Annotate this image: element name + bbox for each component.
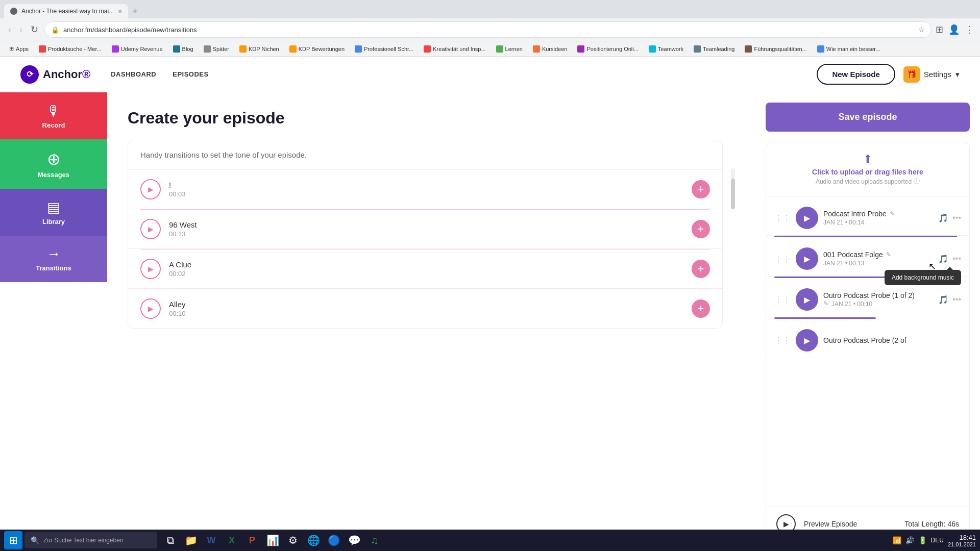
music-icon[interactable]: 🎵: [938, 213, 948, 223]
url-bar[interactable]: 🔒 anchor.fm/dashboard/episode/new/transi…: [44, 21, 932, 38]
drag-handle-icon[interactable]: ⋮⋮: [774, 254, 791, 264]
nav-episodes[interactable]: EPISODES: [173, 70, 208, 78]
transition-header-text: Handy transitions to set the tone of you…: [128, 140, 722, 170]
app-header: ⟳ Anchor® DASHBOARD EPISODES New Episode…: [0, 57, 980, 92]
edge-btn[interactable]: 🔵: [325, 531, 343, 549]
bookmark-kursideen[interactable]: Kursideen: [530, 44, 571, 54]
upload-sub-text: Audio and video uploads supported: [816, 178, 912, 185]
play-button[interactable]: ▶: [140, 219, 161, 239]
sidebar-item-messages[interactable]: ⊕ Messages: [0, 139, 107, 189]
drag-handle-icon[interactable]: ⋮⋮: [774, 295, 791, 305]
bookmark-fuehrungs[interactable]: Führungsqualitäten...: [742, 44, 810, 54]
forward-btn[interactable]: ›: [17, 22, 24, 37]
episode-play-button[interactable]: ▶: [796, 207, 818, 229]
episode-play-button[interactable]: ▶: [796, 288, 818, 311]
nav-dashboard[interactable]: DASHBOARD: [111, 70, 156, 78]
bookmark-kreativ[interactable]: Kreativität und Insp...: [421, 44, 488, 54]
settings-icon: 🎁: [903, 66, 920, 83]
transition-item: ▶ A Clue 00:02 +: [128, 249, 722, 289]
edit-icon[interactable]: ✎: [886, 251, 891, 258]
unknown-btn3[interactable]: 💬: [345, 531, 363, 549]
bookmark-spaeter[interactable]: Später: [201, 44, 232, 54]
bookmark-apps[interactable]: ⊞ Apps: [6, 44, 32, 53]
bookmark-produkt[interactable]: Produktsuche - Mer...: [36, 44, 105, 54]
edit-icon[interactable]: ✎: [890, 210, 895, 217]
play-button[interactable]: ▶: [140, 259, 161, 279]
bookmark-wieman[interactable]: Wie man ein besser...: [814, 44, 884, 54]
music-icon[interactable]: 🎵: [938, 295, 948, 305]
bookmark-udemy[interactable]: Udemy Revenue: [109, 44, 166, 54]
edit-icon[interactable]: ✎: [823, 300, 828, 307]
preview-label: Preview Episode: [804, 520, 857, 528]
music-icon[interactable]: 🎵: [938, 254, 948, 264]
taskbar-search[interactable]: 🔍 Zur Suche Text hier eingeben: [24, 532, 157, 548]
file-explorer-btn[interactable]: 📁: [182, 531, 200, 549]
reload-btn[interactable]: ↻: [29, 22, 40, 37]
bookmark-star-icon[interactable]: ☆: [918, 26, 925, 34]
spotify-btn[interactable]: ♫: [365, 531, 384, 549]
start-button[interactable]: ⊞: [4, 531, 22, 549]
bookmark-pos[interactable]: Positionierung Onli...: [574, 44, 642, 54]
add-button[interactable]: +: [692, 260, 710, 278]
add-button[interactable]: +: [692, 299, 710, 318]
sidebar-item-transitions[interactable]: → Transitions: [0, 236, 107, 282]
episode-item: ⋮⋮ ▶ Outro Podcast Probe (2 of: [766, 323, 969, 358]
track-duration: 00:13: [169, 230, 683, 238]
track-name: 96 West: [169, 220, 683, 229]
drag-handle-icon[interactable]: ⋮⋮: [774, 336, 791, 345]
play-button[interactable]: ▶: [140, 298, 161, 319]
logo-text: Anchor®: [43, 68, 90, 81]
unknown-btn1[interactable]: 📊: [263, 531, 282, 549]
bookmark-blog[interactable]: Blog: [170, 44, 197, 54]
excel-btn[interactable]: X: [223, 531, 241, 549]
episode-name: Outro Podcast Probe (1 of 2): [823, 291, 915, 299]
episode-play-button[interactable]: ▶: [796, 247, 818, 270]
track-name: A Clue: [169, 260, 683, 269]
powerpoint-btn[interactable]: P: [243, 531, 261, 549]
upload-icon: ⬆: [863, 153, 872, 166]
browser-tab[interactable]: Anchor - The easiest way to mai... ✕: [4, 4, 128, 18]
drag-handle-icon[interactable]: ⋮⋮: [774, 213, 791, 223]
back-btn[interactable]: ‹: [6, 22, 13, 37]
network-icon[interactable]: 📶: [893, 536, 901, 544]
add-button[interactable]: +: [692, 180, 710, 198]
bookmark-teamwork[interactable]: Teamwork: [646, 44, 687, 54]
save-episode-button[interactable]: Save episode: [766, 103, 970, 132]
unknown-btn2[interactable]: ⚙: [284, 531, 302, 549]
add-button[interactable]: +: [692, 220, 710, 238]
sidebar-transitions-label: Transitions: [36, 264, 71, 272]
play-button[interactable]: ▶: [140, 179, 161, 199]
task-view-btn[interactable]: ⧉: [161, 531, 180, 549]
volume-icon[interactable]: 🔊: [905, 536, 914, 544]
menu-icon[interactable]: ⋮: [965, 24, 974, 35]
more-options-icon[interactable]: •••: [952, 213, 961, 222]
extensions-icon[interactable]: ⊞: [936, 24, 943, 35]
language-indicator: DEU: [931, 537, 944, 544]
bookmark-teamlead[interactable]: Teamleading: [691, 44, 738, 54]
chrome-btn[interactable]: 🌐: [304, 531, 323, 549]
new-episode-button[interactable]: New Episode: [817, 64, 895, 85]
battery-icon[interactable]: 🔋: [918, 536, 927, 544]
sidebar-item-library[interactable]: ▤ Library: [0, 189, 107, 236]
word-btn[interactable]: W: [202, 531, 220, 549]
new-tab-btn[interactable]: +: [128, 6, 142, 17]
episode-play-button[interactable]: ▶: [796, 329, 818, 352]
transition-scrollbar[interactable]: [731, 168, 735, 209]
profile-icon[interactable]: 👤: [948, 24, 960, 35]
track-duration: 00:02: [169, 270, 683, 278]
transition-list: ▶ ! 00:03 + ▶ 96 West: [128, 170, 722, 328]
bookmark-kdp-nischen[interactable]: KDP Nichen: [236, 44, 282, 54]
bookmark-kdp-bew[interactable]: KDP Bewertungen: [286, 44, 348, 54]
taskbar-right: 📶 🔊 🔋 DEU 18:41 21.01.2021: [893, 534, 976, 547]
tab-close-btn[interactable]: ✕: [118, 9, 122, 14]
episode-item: ⋮⋮ ▶ Outro Podcast Probe (1 of 2) ✎ JAN …: [766, 282, 969, 317]
upload-area[interactable]: ⬆ Click to upload or drag files here Aud…: [766, 142, 969, 196]
more-options-icon[interactable]: •••: [952, 254, 961, 263]
bookmark-lernen[interactable]: Lernen: [493, 44, 526, 54]
settings-button[interactable]: 🎁 Settings ▾: [903, 66, 960, 83]
bookmark-prof[interactable]: Professionell Schr...: [352, 44, 416, 54]
add-background-music-tooltip: Add background music: [885, 270, 961, 285]
sidebar-item-record[interactable]: 🎙 Record: [0, 92, 107, 139]
more-options-icon[interactable]: •••: [952, 295, 961, 304]
microphone-icon: 🎙: [46, 103, 61, 119]
